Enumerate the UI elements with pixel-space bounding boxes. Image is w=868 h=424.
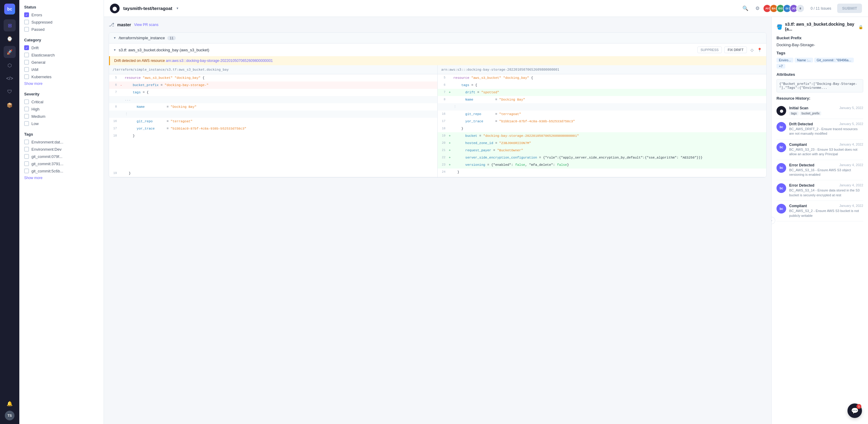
- category-show-more[interactable]: Show more: [24, 82, 99, 86]
- diff-line: 6 tags = {: [438, 82, 766, 89]
- s3-icon: 🪣: [776, 24, 782, 30]
- status-suppressed[interactable]: Suppressed: [24, 20, 99, 25]
- low-checkbox[interactable]: [24, 121, 29, 126]
- main-panel: ⎇ master View PR scans ▼ /terraform/simp…: [104, 17, 771, 424]
- avatar-group: AV BA EG GI JO 8: [765, 4, 805, 13]
- tag-item[interactable]: Name :...: [795, 58, 813, 62]
- sev-medium[interactable]: Medium: [24, 114, 99, 119]
- file-group: ▼ /terraform/simple_instance 11 ▼ s3.tf:…: [109, 32, 767, 178]
- suppressed-checkbox[interactable]: [24, 20, 29, 25]
- content-area: ⎇ master View PR scans ▼ /terraform/simp…: [104, 17, 868, 424]
- tag-item[interactable]: Enviro...: [776, 58, 794, 62]
- tag-env-dat[interactable]: Environment:dat...: [24, 140, 99, 144]
- nav-code[interactable]: </>: [4, 72, 16, 85]
- high-checkbox[interactable]: [24, 107, 29, 112]
- passed-checkbox[interactable]: [24, 27, 29, 32]
- diff-line: 21 + request_payer = "BucketOwner": [438, 147, 766, 154]
- kubernetes-checkbox[interactable]: [24, 74, 29, 79]
- search-button[interactable]: 🔍: [741, 4, 750, 13]
- sev-low[interactable]: Low: [24, 121, 99, 126]
- nav-rocket[interactable]: 🚀: [4, 46, 16, 58]
- repo-icon: ⬤: [110, 4, 120, 13]
- view-pr-link[interactable]: View PR scans: [134, 23, 158, 27]
- attributes-label: Attributes: [776, 72, 863, 77]
- history-desc: BC_AWS_S3_16 - Ensure AWS S3 object vers…: [789, 168, 863, 177]
- tag-item[interactable]: Git_commit : "69496a...: [814, 58, 854, 62]
- tag-env-dev[interactable]: Environment:Dev: [24, 147, 99, 152]
- drift-checkbox[interactable]: [24, 45, 29, 50]
- history-event: Compliant: [789, 143, 807, 147]
- tag-env-dat-checkbox[interactable]: [24, 140, 29, 144]
- cat-drift[interactable]: Drift: [24, 45, 99, 50]
- cat-iam[interactable]: IAM: [24, 67, 99, 72]
- drift-warning: Drift detected on AWS resource arn:aws:s…: [109, 56, 766, 65]
- pin-icon[interactable]: 📍: [757, 48, 762, 52]
- status-errors[interactable]: Errors: [24, 12, 99, 17]
- diff-line: 19 + bucket = "docking-bay-storage-20220…: [438, 132, 766, 140]
- critical-checkbox[interactable]: [24, 99, 29, 104]
- nav-shield[interactable]: 🛡: [4, 86, 16, 98]
- diff-left-pane: /terraform/simple_instance/s3.tf:aws_s3_…: [109, 65, 438, 177]
- diff-separator: ⋮: [109, 111, 437, 118]
- cat-kubernetes[interactable]: Kubernetes: [24, 74, 99, 79]
- history-date: January 5, 2022: [839, 122, 863, 126]
- history-avatar: ⬤: [776, 106, 786, 116]
- iam-checkbox[interactable]: [24, 67, 29, 72]
- elasticsearch-checkbox[interactable]: [24, 53, 29, 57]
- nav-network[interactable]: ⬡: [4, 59, 16, 71]
- bookmark-icon[interactable]: ◇: [750, 48, 753, 52]
- tag-git-1[interactable]: git_commit:079f...: [24, 154, 99, 159]
- general-checkbox[interactable]: [24, 60, 29, 65]
- history-date: January 4, 2022: [839, 163, 863, 167]
- diff-line: [109, 140, 437, 170]
- sev-critical[interactable]: Critical: [24, 99, 99, 104]
- tag-git-3[interactable]: git_commit:5c6b...: [24, 169, 99, 173]
- tag-git-3-checkbox[interactable]: [24, 169, 29, 173]
- diff-separator: ...: [109, 96, 437, 103]
- history-desc: BC_AWS_S3_2 - Ensure AWS S3 bucket is no…: [789, 209, 863, 218]
- tag-count[interactable]: +7: [776, 64, 785, 68]
- file-group-header: ▼ /terraform/simple_instance 11: [109, 33, 766, 43]
- diff-line: 19 }: [109, 170, 437, 177]
- sev-high[interactable]: High: [24, 107, 99, 112]
- tag-env-dev-checkbox[interactable]: [24, 147, 29, 152]
- history-item-initial: ⬤ Initial Scan January 5, 2022 tags buck…: [776, 103, 863, 119]
- tag-git-1-checkbox[interactable]: [24, 154, 29, 159]
- cat-general[interactable]: General: [24, 60, 99, 65]
- diff-right-pane: arn:aws:s3:::docking-bay-storage-2022010…: [438, 65, 766, 177]
- file-group-chevron-icon[interactable]: ▼: [113, 36, 116, 39]
- user-avatar[interactable]: TS: [5, 411, 14, 420]
- chat-button[interactable]: 💬 1: [847, 403, 862, 418]
- avatar-count[interactable]: 8: [796, 4, 805, 13]
- history-tags: tags bucket_prefix: [789, 112, 863, 115]
- fix-drift-button[interactable]: FIX DRIFT: [724, 47, 747, 53]
- status-passed[interactable]: Passed: [24, 27, 99, 32]
- app-logo[interactable]: bc: [4, 4, 15, 14]
- diff-line: 17 yor_trace = "b1bb1ac0-87bf-4c8a-938b-…: [109, 125, 437, 132]
- tags-show-more[interactable]: Show more: [24, 176, 99, 180]
- cat-elasticsearch[interactable]: Elasticsearch: [24, 53, 99, 57]
- repo-name: taysmith-test/terragoat: [123, 6, 173, 11]
- resource-title: s3.tf: aws_s3_bucket.docking_bay (aws_s3…: [119, 48, 695, 52]
- tags-label: Tags: [776, 51, 863, 55]
- tag-git-2[interactable]: git_commit:3791...: [24, 161, 99, 166]
- errors-checkbox[interactable]: [24, 12, 29, 17]
- nav-dashboard[interactable]: ⊞: [4, 19, 16, 31]
- tag-git-2-checkbox[interactable]: [24, 161, 29, 166]
- settings-button[interactable]: ⚙: [753, 4, 762, 13]
- branch-icon: ⎇: [109, 22, 114, 28]
- nav-package[interactable]: 📦: [4, 99, 16, 111]
- nav-pulse[interactable]: ⌚: [4, 33, 16, 45]
- history-avatar: bc: [776, 183, 786, 193]
- nav-bell[interactable]: 🔔: [4, 397, 16, 410]
- resource-chevron-icon[interactable]: ▼: [113, 48, 116, 52]
- rp-title: s3.tf: aws_s3_bucket.docking_bay (a...: [785, 22, 856, 31]
- history-event: Error Detected: [789, 183, 814, 187]
- drift-arn-link[interactable]: arn:aws:s3:::docking-bay-storage-2022010…: [166, 59, 273, 63]
- resource-card: ▼ s3.tf: aws_s3_bucket.docking_bay (aws_…: [109, 43, 766, 177]
- severity-title: Severity: [24, 92, 99, 96]
- main-content: ⬤ taysmith-test/terragoat ▼ 🔍 ⚙ AV BA EG…: [104, 0, 868, 424]
- submit-button[interactable]: SUBMIT: [837, 4, 862, 13]
- suppress-button[interactable]: SUPPRESS: [698, 47, 722, 53]
- medium-checkbox[interactable]: [24, 114, 29, 119]
